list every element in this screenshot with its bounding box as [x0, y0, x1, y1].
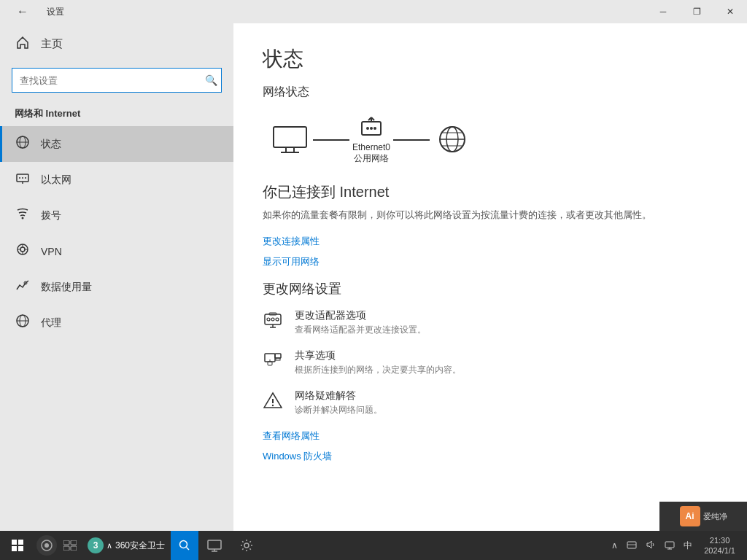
app-360-arrow: ∧	[107, 541, 112, 551]
windows-icon	[12, 540, 23, 551]
svg-rect-62	[208, 540, 221, 549]
svg-rect-52	[12, 546, 17, 551]
connected-desc: 如果你的流量套餐有限制，则你可以将此网络设置为按流量计费的连接，或者更改其他属性…	[263, 208, 700, 223]
minimize-button[interactable]: ─	[646, 0, 680, 23]
cortana-button[interactable]	[36, 535, 57, 556]
adapter-settings-item[interactable]: 更改适配器选项 查看网络适配器并更改连接设置。	[263, 309, 718, 336]
ethernet-icon	[15, 171, 31, 189]
tray-expand-icon[interactable]: ∧	[608, 540, 621, 551]
titlebar-left: ← 设置	[0, 0, 64, 23]
app-360-label: 360安全卫士	[115, 540, 165, 552]
svg-point-65	[244, 543, 249, 548]
tray-notification-icon[interactable]	[624, 540, 640, 552]
sidebar-item-dialup[interactable]: 拨号	[0, 198, 233, 233]
adapter-icon	[263, 311, 283, 334]
ethernet-label: Ethernet0 公用网络	[352, 142, 390, 165]
svg-rect-19	[274, 127, 306, 147]
globe-icon	[433, 123, 473, 156]
show-networks-link[interactable]: 显示可用网络	[263, 255, 718, 268]
svg-point-8	[22, 217, 24, 219]
sidebar-item-label-dialup: 拨号	[41, 209, 61, 222]
sidebar-item-vpn[interactable]: VPN	[0, 233, 233, 269]
change-connection-link[interactable]: 更改连接属性	[263, 235, 718, 248]
adapter-text: 更改适配器选项 查看网络适配器并更改连接设置。	[295, 309, 426, 336]
svg-rect-59	[71, 546, 77, 551]
router-icon-group: Ethernet0 公用网络	[352, 114, 390, 165]
watermark-logo: Ai	[680, 506, 700, 526]
svg-point-60	[180, 541, 187, 548]
svg-rect-45	[276, 358, 280, 360]
computer-icon-group	[270, 123, 310, 156]
adapter-desc: 查看网络适配器并更改连接设置。	[295, 324, 426, 336]
app-360-icon: 3	[88, 537, 104, 553]
svg-rect-69	[665, 542, 674, 548]
connected-title: 你已连接到 Internet	[263, 182, 718, 202]
sidebar-home-button[interactable]: 主页	[0, 23, 233, 65]
sidebar-item-label-vpn: VPN	[41, 246, 62, 257]
app-360-button[interactable]: 3 ∧ 360安全卫士	[82, 531, 171, 560]
troubleshoot-title: 网络疑难解答	[295, 389, 382, 402]
troubleshoot-desc: 诊断并解决网络问题。	[295, 404, 382, 416]
search-input[interactable]	[12, 68, 222, 93]
tray-time[interactable]: 21:30 2024/1/1	[698, 535, 741, 556]
titlebar-title: 设置	[47, 6, 64, 18]
svg-point-10	[20, 247, 25, 252]
task-view-button[interactable]	[60, 535, 80, 556]
close-button[interactable]: ✕	[713, 0, 747, 23]
computer-icon	[270, 123, 310, 156]
vpn-icon	[15, 242, 31, 260]
tray-network-icon[interactable]	[662, 540, 678, 552]
sidebar-section-title: 网络和 Internet	[0, 101, 233, 126]
restore-icon: ❐	[693, 7, 701, 17]
firewall-link[interactable]: Windows 防火墙	[263, 450, 718, 463]
search-icon[interactable]: 🔍	[205, 74, 217, 86]
svg-rect-66	[627, 542, 636, 548]
settings-app-icon	[240, 539, 253, 552]
svg-point-38	[271, 318, 274, 321]
network-properties-link[interactable]: 查看网络属性	[263, 429, 718, 443]
tray-network-svg	[665, 540, 675, 550]
svg-marker-68	[647, 541, 651, 548]
titlebar-controls: ─ ❐ ✕	[646, 0, 747, 23]
sidebar-item-ethernet[interactable]: 以太网	[0, 162, 233, 198]
close-icon: ✕	[727, 7, 734, 17]
sidebar-item-label-ethernet: 以太网	[41, 174, 71, 187]
troubleshoot-settings-item[interactable]: 网络疑难解答 诊断并解决网络问题。	[263, 389, 718, 416]
sharing-text: 共享选项 根据所连接到的网络，决定要共享的内容。	[295, 349, 461, 376]
search-icon	[179, 540, 190, 551]
volume-icon	[646, 540, 656, 550]
content-area: 状态 网络状态	[233, 23, 747, 531]
sidebar-item-proxy[interactable]: 代理	[0, 305, 233, 341]
data-icon	[15, 278, 31, 296]
sharing-settings-item[interactable]: 共享选项 根据所连接到的网络，决定要共享的内容。	[263, 349, 718, 376]
tray-volume-icon[interactable]	[643, 540, 659, 552]
svg-rect-51	[18, 540, 23, 545]
troubleshoot-text: 网络疑难解答 诊断并解决网络问题。	[295, 389, 382, 416]
svg-rect-44	[275, 354, 281, 358]
watermark: Ai 爱纯净	[659, 502, 747, 531]
status-icon	[15, 135, 31, 153]
cortana-icon	[41, 540, 53, 551]
svg-rect-58	[63, 546, 69, 551]
taskbar-search-button[interactable]	[171, 531, 198, 560]
back-button[interactable]: ←	[6, 0, 39, 23]
taskbar-network-app[interactable]	[198, 531, 231, 560]
net-line-1	[313, 139, 349, 141]
restore-button[interactable]: ❐	[680, 0, 713, 23]
net-line-2	[393, 139, 430, 141]
network-app-icon	[207, 539, 222, 552]
home-label: 主页	[41, 37, 63, 51]
tray-language-label[interactable]: 中	[681, 540, 695, 552]
svg-line-61	[187, 548, 190, 551]
taskbar-settings-app[interactable]	[231, 531, 263, 560]
main-container: 主页 🔍 网络和 Internet 状态	[0, 23, 747, 531]
sidebar-item-label-proxy: 代理	[41, 316, 61, 330]
sharing-icon	[263, 351, 283, 374]
svg-point-39	[276, 318, 279, 321]
sidebar-item-status[interactable]: 状态	[0, 126, 233, 162]
globe-icon-group	[433, 123, 473, 156]
adapter-title: 更改适配器选项	[295, 309, 426, 322]
sidebar-item-data[interactable]: 数据使用量	[0, 269, 233, 305]
start-button[interactable]	[0, 531, 35, 560]
sharing-desc: 根据所连接到的网络，决定要共享的内容。	[295, 364, 461, 376]
